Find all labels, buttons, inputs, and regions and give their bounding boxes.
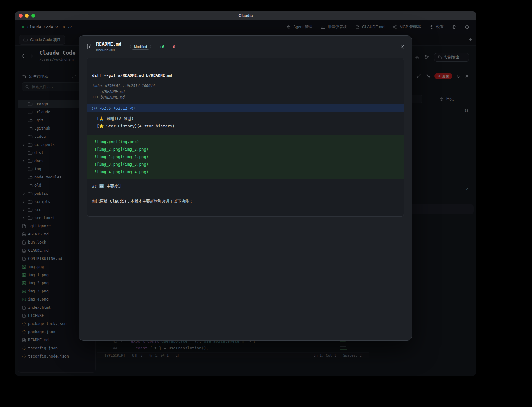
diff-context-line: 相比原版 Claudia，本版本主要新增和改进了以下功能： [87, 198, 404, 205]
diff-added-line: ![img.png](img.png) [87, 138, 404, 146]
deletions-count: -0 [171, 44, 175, 49]
diff-hunk-header: @@ -62,6 +62,12 @@ [87, 104, 404, 112]
window-zoom-button[interactable] [31, 14, 35, 18]
diff-meta: index d76086f..c0c2514 100644 [87, 83, 404, 89]
diff-added-line: ![img_2.png](img_2.png) [87, 146, 404, 153]
diff-modal: README.md README.md Modified +6 -0 diff … [79, 35, 412, 341]
file-diff-icon [86, 44, 92, 50]
diff-meta: +++ b/README.md [87, 95, 404, 100]
app-window: Claudia Claude Code v1.0.77 Agent 管理 用量仪… [15, 11, 476, 376]
diff-view: diff --git a/README.md b/README.md index… [87, 58, 404, 217]
additions-count: +6 [160, 44, 164, 49]
diff-context-line: - [🙏 致谢](#-致谢) [87, 115, 404, 122]
diff-added-line: ![img_1.png](img_1.png) [87, 153, 404, 161]
diff-added-block: ![img.png](img.png) ![img_2.png](img_2.p… [87, 135, 404, 179]
diff-meta: --- a/README.md [87, 89, 404, 95]
diff-context-line: - [⭐ Star History](#-star-history) [87, 122, 404, 130]
diff-command: diff --git a/README.md b/README.md [87, 72, 404, 79]
titlebar: Claudia [15, 11, 476, 20]
diff-added-line: ![img_4.png](img_4.png) [87, 168, 404, 176]
diff-context-line: ## 🆕 主要改进 [87, 183, 404, 190]
window-title: Claudia [238, 13, 253, 18]
modal-title: README.md [96, 41, 121, 47]
diff-added-line: ![img_3.png](img_3.png) [87, 161, 404, 168]
close-icon[interactable] [400, 44, 405, 49]
window-minimize-button[interactable] [25, 14, 29, 18]
modal-subtitle: README.md [96, 48, 121, 52]
window-close-button[interactable] [19, 14, 23, 18]
modified-badge: Modified [130, 44, 151, 50]
